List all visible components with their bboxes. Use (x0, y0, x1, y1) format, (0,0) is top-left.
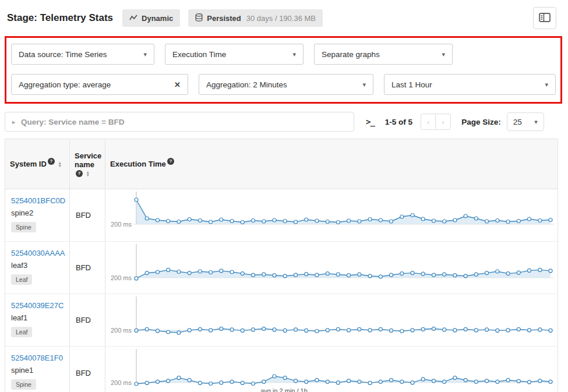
svg-text:200 ms: 200 ms (111, 327, 132, 334)
telemetry-table: System ID ? ▴▾ Service name ? ▴▾ Executi… (5, 139, 558, 392)
svg-text:200 ms: 200 ms (111, 221, 132, 228)
graph-mode-dropdown[interactable]: Separate graphs ▾ (314, 44, 453, 65)
page-size-dropdown[interactable]: 25 ▾ (507, 112, 544, 131)
system-id-link[interactable]: 52540039E27C (11, 301, 65, 310)
aggregation-dropdown[interactable]: Aggregation: 2 Minutes ▾ (199, 74, 373, 95)
result-range: 1-5 of 5 (385, 118, 412, 126)
time-range-dropdown[interactable]: Last 1 Hour ▾ (384, 74, 556, 95)
filters-row-2: Aggregation type: average ✕ Aggregation:… (11, 74, 556, 95)
filters-row-1: Data source: Time Series ▾ Execution Tim… (11, 44, 556, 65)
query-expand-icon: ▸ (12, 119, 15, 125)
console-icon[interactable]: >_ (366, 117, 375, 126)
hostname: spine2 (11, 209, 65, 217)
system-id-link[interactable]: 5254001BFC0D (11, 196, 65, 205)
service-cell: BFD (70, 347, 105, 392)
system-id-cell: 5254001BFC0D spine2 Spine (5, 189, 70, 241)
table-header: System ID ? ▴▾ Service name ? ▴▾ Executi… (5, 139, 558, 189)
service-cell: BFD (70, 242, 105, 294)
aggregation-type-dropdown[interactable]: Aggregation type: average ✕ (11, 74, 188, 95)
page-size-value: 25 (513, 118, 522, 126)
query-box[interactable]: ▸ Query: Service name = BFD (5, 112, 354, 132)
chart-cell: 200 ms (105, 242, 558, 294)
next-page-icon: › (442, 118, 444, 126)
aggregation-type-value: Aggregation type: average (19, 80, 111, 89)
help-icon[interactable]: ? (48, 158, 55, 165)
service-name: BFD (76, 369, 91, 377)
service-name: BFD (76, 211, 91, 220)
chart-cell: 200 ms (105, 347, 558, 392)
column-header-execution-time: Execution Time ? (105, 139, 558, 189)
chart-cell: 200 ms (105, 294, 558, 346)
service-cell: BFD (70, 294, 105, 346)
page-size-label: Page Size: (461, 118, 501, 126)
header: Stage: Telemetry Stats Dynamic Persisted… (0, 0, 568, 33)
role-badge: Spine (11, 222, 36, 232)
help-icon[interactable]: ? (167, 158, 174, 165)
prev-page-icon: ‹ (427, 118, 429, 126)
column-header-system-id[interactable]: System ID ? ▴▾ (5, 139, 70, 189)
clear-icon[interactable]: ✕ (174, 80, 181, 89)
filters-panel: Data source: Time Series ▾ Execution Tim… (5, 36, 562, 104)
chevron-down-icon: ▾ (442, 51, 445, 58)
system-id-cell: 52540030AAAA leaf3 Leaf (5, 242, 70, 294)
table-row: 52540030AAAA leaf3 Leaf BFD 200 ms (5, 242, 558, 294)
execution-time-sparkline: 200 ms (105, 294, 556, 346)
clipped-footer-text: avg in 2 min / 1h (0, 387, 568, 392)
table-row: 52540078E1F0 spine1 Spine BFD 200 ms (5, 347, 558, 392)
query-bar: ▸ Query: Service name = BFD >_ 1-5 of 5 … (5, 112, 558, 132)
chart-cell: 200 ms (105, 189, 558, 241)
persisted-info: 30 days / 190.36 MB (246, 14, 316, 23)
chevron-down-icon: ▾ (143, 51, 147, 58)
role-badge: Leaf (11, 274, 32, 285)
help-icon[interactable]: ? (76, 170, 83, 177)
system-id-cell: 52540039E27C leaf1 Leaf (5, 294, 70, 346)
prev-page-button[interactable]: ‹ (421, 114, 436, 130)
svg-text:200 ms: 200 ms (111, 274, 132, 281)
chevron-down-icon: ▾ (362, 81, 366, 89)
service-name: BFD (76, 263, 91, 272)
time-range-value: Last 1 Hour (391, 80, 432, 89)
hostname: spine1 (11, 366, 65, 375)
dynamic-icon (129, 14, 137, 23)
service-name: BFD (76, 316, 91, 324)
table-body: 5254001BFC0D spine2 Spine BFD 200 ms 525… (5, 189, 558, 392)
column-label-system-id: System ID (10, 160, 47, 168)
service-cell: BFD (70, 189, 105, 241)
table-view-button[interactable] (533, 7, 556, 29)
data-source-value: Data source: Time Series (19, 50, 107, 59)
persisted-badge[interactable]: Persisted 30 days / 190.36 MB (188, 9, 323, 27)
table-view-icon (539, 13, 551, 24)
column-header-service-name[interactable]: Service name ? ▴▾ (70, 139, 105, 189)
system-id-link[interactable]: 52540030AAAA (11, 249, 65, 257)
persisted-label: Persisted (207, 14, 241, 23)
page-title: Stage: Telemetry Stats (7, 12, 113, 24)
sort-icon[interactable]: ▴▾ (59, 161, 61, 167)
database-icon (195, 13, 203, 23)
hostname: leaf1 (11, 313, 65, 322)
aggregation-value: Aggregation: 2 Minutes (206, 80, 287, 89)
table-row: 52540039E27C leaf1 Leaf BFD 200 ms (5, 294, 558, 347)
execution-time-sparkline: 200 ms (105, 242, 556, 294)
system-id-link[interactable]: 52540078E1F0 (11, 354, 65, 362)
data-source-dropdown[interactable]: Data source: Time Series ▾ (11, 44, 154, 65)
table-row: 5254001BFC0D spine2 Spine BFD 200 ms (5, 189, 558, 242)
query-text: Query: Service name = BFD (21, 118, 124, 126)
pagination: ‹ › (421, 114, 451, 130)
chevron-down-icon: ▾ (534, 118, 538, 126)
hostname: leaf3 (11, 261, 65, 270)
chevron-down-icon: ▾ (545, 81, 548, 89)
dynamic-button[interactable]: Dynamic (122, 9, 180, 27)
system-id-cell: 52540078E1F0 spine1 Spine (5, 347, 70, 392)
next-page-button[interactable]: › (436, 114, 451, 130)
role-badge: Leaf (11, 327, 32, 337)
metric-dropdown[interactable]: Execution Time ▾ (165, 44, 304, 65)
sort-icon[interactable]: ▴▾ (87, 171, 89, 176)
execution-time-sparkline: 200 ms (105, 347, 556, 392)
column-label-execution-time: Execution Time (110, 160, 166, 168)
metric-value: Execution Time (172, 50, 226, 59)
column-label-service-name: Service name (75, 151, 101, 169)
execution-time-sparkline: 200 ms (105, 189, 556, 241)
svg-text:200 ms: 200 ms (111, 379, 132, 386)
graph-mode-value: Separate graphs (322, 50, 380, 59)
dynamic-button-label: Dynamic (142, 14, 173, 23)
